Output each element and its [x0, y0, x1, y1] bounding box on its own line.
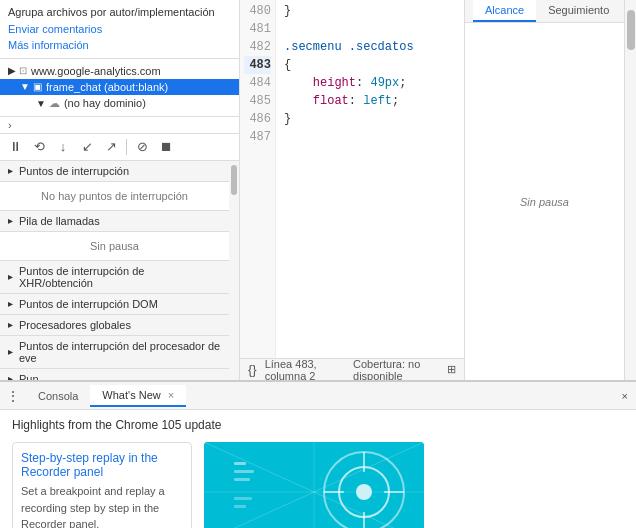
processor-header[interactable]: ▸ Puntos de interrupción del procesador …	[0, 336, 229, 369]
card-image	[204, 442, 424, 528]
card-replay-title[interactable]: Step-by-step replay in the Recorder pane…	[21, 451, 183, 479]
svg-rect-16	[234, 505, 246, 508]
tab-close-icon[interactable]: ×	[168, 389, 174, 401]
tab-whats-new-label: What's New	[102, 389, 160, 401]
tab-menu-icon[interactable]: ⋮	[0, 388, 26, 404]
status-line-col: Línea 483, columna 2	[265, 358, 337, 381]
card-replay-text: Step-by-step replay in the Recorder pane…	[13, 443, 191, 528]
line-numbers: 480 481 482 483 484 485 486 487	[240, 0, 276, 358]
top-section: Agrupa archivos por autor/implementación…	[0, 0, 636, 380]
tab-console[interactable]: Consola	[26, 386, 90, 406]
more-info-link[interactable]: Más información	[8, 37, 231, 54]
stop-button[interactable]: ⏹	[157, 138, 175, 156]
dom-label: Puntos de interrupción DOM	[19, 298, 158, 310]
code-line-482: .secmenu .secdatos	[284, 38, 456, 56]
step-back-button[interactable]: ⟲	[30, 138, 48, 156]
svg-rect-13	[234, 470, 254, 473]
debugger-toolbar: ⏸ ⟲ ↓ ↙ ↗ ⊘ ⏹	[0, 134, 239, 161]
code-line-481	[284, 20, 456, 38]
pause-button[interactable]: ⏸	[6, 138, 24, 156]
no-breakpoints-text: No hay puntos de interrupción	[41, 190, 188, 202]
right-panel: 480 481 482 483 484 485 486 487 } .secme…	[240, 0, 636, 380]
arrow-icon: ▸	[8, 319, 13, 330]
scope-column: Alcance Seguimiento Sin pausa	[464, 0, 624, 380]
code-line-487	[284, 128, 456, 146]
extra-header[interactable]: ▸ Pun...	[0, 369, 229, 381]
code-column: 480 481 482 483 484 485 486 487 } .secme…	[240, 0, 464, 380]
coverage-text: Cobertura: no disponible	[353, 358, 435, 381]
no-domain-label: (no hay dominio)	[64, 97, 146, 109]
accordion-main: ▸ Puntos de interrupción No hay puntos d…	[0, 161, 229, 381]
right-inner: 480 481 482 483 484 485 486 487 } .secme…	[240, 0, 636, 380]
no-domain-item[interactable]: ▼ ☁ (no hay dominio)	[0, 95, 239, 112]
left-scrollbar-thumb	[231, 165, 237, 195]
code-editor[interactable]: 480 481 482 483 484 485 486 487 } .secme…	[240, 0, 464, 358]
nav-arrow[interactable]: ›	[8, 119, 12, 131]
frame-box-icon: ▣	[33, 81, 42, 92]
step-into-button[interactable]: ↙	[78, 138, 96, 156]
left-top-info: Agrupa archivos por autor/implementación…	[0, 0, 239, 59]
arrow-icon: ▸	[8, 271, 13, 282]
send-feedback-link[interactable]: Enviar comentarios	[8, 23, 102, 35]
frame-chat-item[interactable]: ▼ ▣ frame_chat (about:blank)	[0, 79, 239, 95]
bottom-tab-bar: ⋮ Consola What's New × ×	[0, 382, 636, 410]
code-scrollbar-thumb	[627, 10, 635, 50]
svg-point-7	[356, 484, 372, 500]
accordion: ▸ Puntos de interrupción No hay puntos d…	[0, 161, 229, 381]
analytics-label: www.google-analytics.com	[31, 65, 161, 77]
card-replay: Step-by-step replay in the Recorder pane…	[12, 442, 192, 528]
breakpoints-label: Puntos de interrupción	[19, 165, 129, 177]
left-panel: Agrupa archivos por autor/implementación…	[0, 0, 240, 380]
deactivate-button[interactable]: ⊘	[133, 138, 151, 156]
status-bar: {} Línea 483, columna 2 Cobertura: no di…	[240, 358, 464, 380]
highlights-header: Highlights from the Chrome 105 update	[12, 418, 624, 432]
code-scrollbar[interactable]	[624, 0, 636, 380]
scope-tabs: Alcance Seguimiento	[465, 0, 624, 23]
tab-whats-new[interactable]: What's New ×	[90, 385, 186, 407]
scope-content: Sin pausa	[465, 23, 624, 380]
frame-chat-label: frame_chat (about:blank)	[46, 81, 168, 93]
no-pause-text: Sin pausa	[520, 196, 569, 208]
arrow-icon: ▸	[8, 373, 13, 380]
breakpoints-header[interactable]: ▸ Puntos de interrupción	[0, 161, 229, 182]
bottom-content: Highlights from the Chrome 105 update St…	[0, 410, 636, 528]
file-tree: ▶ ⊡ www.google-analytics.com ▼ ▣ frame_c…	[0, 59, 239, 117]
analytics-item[interactable]: ▶ ⊡ www.google-analytics.com	[0, 63, 239, 79]
callstack-content: Sin pausa	[0, 232, 229, 261]
tab-scope[interactable]: Alcance	[473, 0, 536, 22]
step-out-button[interactable]: ↗	[102, 138, 120, 156]
code-line-486: }	[284, 110, 456, 128]
toolbar-separator	[126, 139, 127, 155]
left-scrollbar[interactable]	[229, 161, 239, 381]
xhr-header[interactable]: ▸ Puntos de interrupción de XHR/obtenció…	[0, 261, 229, 294]
callstack-header[interactable]: ▸ Pila de llamadas	[0, 211, 229, 232]
callstack-label: Pila de llamadas	[19, 215, 100, 227]
arrow-icon: ▸	[8, 215, 13, 226]
globals-header[interactable]: ▸ Procesadores globales	[0, 315, 229, 336]
card-row: Step-by-step replay in the Recorder pane…	[12, 442, 624, 528]
svg-rect-14	[234, 478, 250, 481]
processor-label: Puntos de interrupción del procesador de…	[19, 340, 221, 364]
arrow-icon: ▸	[8, 346, 13, 357]
code-line-483: {	[284, 56, 456, 74]
accordion-scroll-area: ▸ Puntos de interrupción No hay puntos d…	[0, 161, 239, 381]
xhr-label: Puntos de interrupción de XHR/obtención	[19, 265, 221, 289]
tab-following[interactable]: Seguimiento	[536, 0, 621, 22]
close-bottom-panel-button[interactable]: ×	[614, 390, 636, 402]
globals-label: Procesadores globales	[19, 319, 131, 331]
coverage-expand-icon[interactable]: ⊞	[447, 363, 456, 376]
code-line-485: float: left;	[284, 92, 456, 110]
step-over-button[interactable]: ↓	[54, 138, 72, 156]
callstack-empty-text: Sin pausa	[90, 240, 139, 252]
code-line-480: }	[284, 2, 456, 20]
svg-rect-15	[234, 497, 252, 500]
bottom-panel: ⋮ Consola What's New × × Highlights from…	[0, 380, 636, 528]
dom-header[interactable]: ▸ Puntos de interrupción DOM	[0, 294, 229, 315]
svg-rect-12	[234, 462, 246, 465]
arrow-icon: ▼	[36, 98, 46, 109]
arrow-icon: ▼	[20, 81, 30, 92]
arrow-icon: ▸	[8, 165, 13, 176]
code-line-484: height: 49px;	[284, 74, 456, 92]
frame-icon: ⊡	[19, 65, 27, 76]
recorder-graphic	[204, 442, 424, 528]
